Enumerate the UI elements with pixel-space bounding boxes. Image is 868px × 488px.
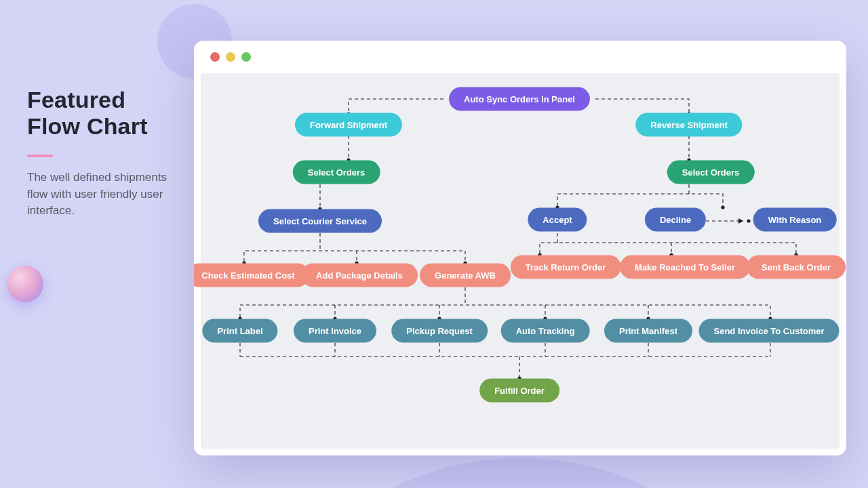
svg-point-37 bbox=[747, 219, 750, 222]
node-with-reason: With Reason bbox=[753, 208, 837, 232]
node-print-invoice: Print Invoice bbox=[294, 319, 376, 343]
window-titlebar bbox=[194, 41, 846, 73]
node-print-label: Print Label bbox=[202, 319, 277, 343]
node-send-invoice: Send Invoice To Customer bbox=[698, 319, 839, 343]
decoration-orb bbox=[7, 266, 43, 302]
node-select-courier: Select Courier Service bbox=[258, 209, 382, 233]
page-subtitle: The well defined shipments flow with use… bbox=[27, 169, 170, 220]
node-auto-tracking: Auto Tracking bbox=[501, 319, 590, 343]
traffic-light-zoom-icon[interactable] bbox=[241, 52, 251, 62]
svg-marker-36 bbox=[738, 218, 743, 224]
title-line-1: Featured bbox=[27, 87, 125, 113]
svg-point-34 bbox=[721, 205, 724, 209]
node-make-reached: Make Reached To Seller bbox=[620, 256, 750, 279]
node-generate-awb: Generate AWB bbox=[420, 264, 511, 287]
traffic-light-minimize-icon[interactable] bbox=[226, 52, 235, 62]
node-sent-back: Sent Back Order bbox=[747, 256, 846, 279]
node-select-orders-fwd: Select Orders bbox=[293, 161, 380, 184]
node-print-manifest: Print Manifest bbox=[604, 319, 692, 343]
node-add-package: Add Package Details bbox=[301, 264, 418, 287]
node-auto-sync: Auto Sync Orders In Panel bbox=[449, 87, 590, 111]
node-accept: Accept bbox=[528, 208, 587, 232]
side-description: Featured Flow Chart The well defined shi… bbox=[27, 87, 170, 220]
decoration-circle-bottom bbox=[229, 458, 812, 488]
browser-window: Auto Sync Orders In Panel Forward Shipme… bbox=[194, 41, 846, 455]
node-select-orders-rev: Select Orders bbox=[667, 161, 755, 184]
node-reverse-shipment: Reverse Shipment bbox=[635, 113, 742, 137]
node-forward-shipment: Forward Shipment bbox=[295, 113, 402, 137]
page-title: Featured Flow Chart bbox=[27, 87, 170, 140]
title-underline bbox=[27, 155, 53, 157]
flowchart-canvas: Auto Sync Orders In Panel Forward Shipme… bbox=[201, 73, 840, 449]
node-decline: Decline bbox=[645, 208, 706, 232]
node-track-return: Track Return Order bbox=[511, 256, 621, 279]
node-fulfill-order: Fulfill Order bbox=[479, 379, 559, 403]
node-check-cost: Check Estimated Cost bbox=[194, 264, 310, 287]
node-pickup-request: Pickup Request bbox=[391, 319, 488, 343]
title-line-2: Flow Chart bbox=[27, 113, 148, 139]
traffic-light-close-icon[interactable] bbox=[210, 52, 220, 62]
